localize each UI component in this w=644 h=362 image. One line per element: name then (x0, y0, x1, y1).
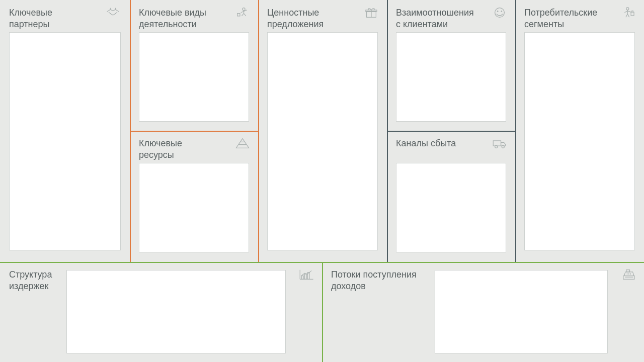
block-title: Ключевые ресурсы (139, 138, 214, 160)
svg-point-0 (243, 8, 245, 11)
content-area[interactable] (139, 32, 249, 122)
content-area[interactable] (396, 32, 506, 122)
block-title: Потребительские сегменты (524, 7, 600, 30)
svg-point-3 (495, 8, 505, 18)
truck-icon (491, 136, 508, 151)
svg-point-5 (501, 11, 502, 12)
cash-register-icon (620, 267, 637, 282)
content-area[interactable] (435, 270, 608, 353)
content-area[interactable] (267, 32, 378, 250)
pyramid-icon (234, 136, 251, 151)
business-model-canvas: Ключевые партнеры Ключевые виды деятельн… (0, 0, 644, 362)
svg-rect-15 (626, 270, 630, 272)
svg-rect-11 (302, 276, 303, 280)
svg-rect-6 (493, 141, 501, 146)
block-cost-structure: Структура издержек (0, 262, 322, 362)
gift-icon (363, 5, 380, 20)
block-title: Ключевые партнеры (9, 7, 85, 30)
block-value-propositions: Ценностные предложения (258, 0, 387, 262)
block-channels: Каналы сбыта (387, 131, 515, 262)
svg-rect-12 (305, 274, 306, 279)
block-title: Потоки поступления доходов (331, 269, 427, 292)
svg-rect-14 (623, 276, 634, 280)
handshake-icon (106, 5, 123, 20)
content-area[interactable] (524, 32, 635, 250)
block-key-partners: Ключевые партнеры (0, 0, 130, 262)
block-revenue-streams: Потоки поступления доходов (322, 262, 644, 362)
block-title: Структура издержек (9, 269, 69, 292)
smile-icon (491, 5, 508, 20)
svg-rect-10 (631, 12, 634, 16)
content-area[interactable] (139, 163, 249, 252)
block-customer-relationships: Взаимоотношения с клиентами (387, 0, 515, 131)
worker-icon (234, 5, 251, 20)
block-title: Каналы сбыта (396, 138, 471, 149)
block-key-resources: Ключевые ресурсы (130, 131, 258, 262)
block-title: Взаимоотношения с клиентами (396, 7, 471, 30)
svg-point-9 (626, 8, 629, 10)
svg-point-4 (497, 11, 499, 12)
shopper-icon (620, 5, 637, 20)
chart-icon (298, 267, 315, 282)
block-title: Ключевые виды деятельности (139, 7, 214, 30)
content-area[interactable] (9, 32, 121, 250)
block-key-activities: Ключевые виды деятельности (130, 0, 258, 131)
block-title: Ценностные предложения (267, 7, 343, 30)
content-area[interactable] (66, 270, 286, 353)
content-area[interactable] (396, 163, 506, 252)
block-customer-segments: Потребительские сегменты (515, 0, 644, 262)
